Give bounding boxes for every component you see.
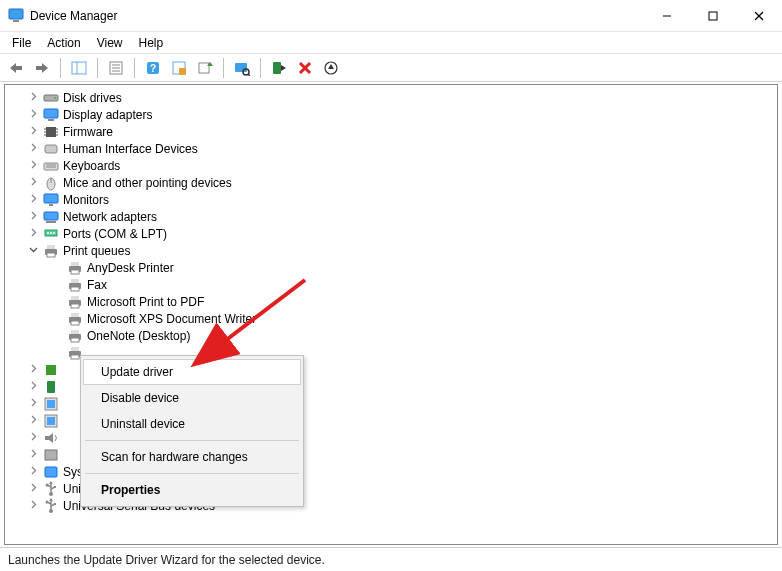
- expand-icon[interactable]: [27, 432, 39, 443]
- maximize-button[interactable]: [690, 0, 736, 32]
- monitor-icon: [43, 192, 59, 208]
- svg-rect-69: [71, 313, 79, 317]
- ctx-update-driver[interactable]: Update driver: [83, 359, 301, 385]
- tree-node[interactable]: Disk drives: [5, 89, 777, 106]
- svg-rect-58: [47, 253, 55, 257]
- toolbar-showhide-button[interactable]: [67, 56, 91, 80]
- security-icon: [43, 379, 59, 395]
- expand-icon[interactable]: [27, 415, 39, 426]
- tree-node-label: Print queues: [63, 244, 130, 258]
- tree-child-node[interactable]: Microsoft XPS Document Writer: [5, 310, 777, 327]
- svg-rect-22: [235, 63, 247, 72]
- expand-icon[interactable]: [27, 364, 39, 375]
- toolbar-back-button[interactable]: [4, 56, 28, 80]
- expand-icon[interactable]: [27, 143, 39, 154]
- hid-icon: [43, 141, 59, 157]
- port-icon: [43, 226, 59, 242]
- tree-node[interactable]: Monitors: [5, 191, 777, 208]
- expand-icon[interactable]: [27, 449, 39, 460]
- svg-rect-63: [71, 279, 79, 283]
- toolbar-disable-button[interactable]: [267, 56, 291, 80]
- svg-rect-67: [71, 304, 79, 308]
- tree-node-label: Human Interface Devices: [63, 142, 198, 156]
- svg-marker-8: [42, 63, 48, 73]
- close-button[interactable]: [736, 0, 782, 32]
- tree-node[interactable]: Print queues: [5, 242, 777, 259]
- menu-file[interactable]: File: [4, 34, 39, 52]
- menu-action[interactable]: Action: [39, 34, 88, 52]
- tree-node[interactable]: Human Interface Devices: [5, 140, 777, 157]
- expand-icon[interactable]: [27, 194, 39, 205]
- expand-icon[interactable]: [27, 211, 39, 222]
- svg-line-24: [248, 74, 250, 76]
- svg-rect-48: [44, 194, 58, 203]
- svg-marker-26: [281, 65, 286, 71]
- tree-node[interactable]: Ports (COM & LPT): [5, 225, 777, 242]
- expand-icon[interactable]: [27, 228, 39, 239]
- tree-child-node[interactable]: Fax: [5, 276, 777, 293]
- svg-rect-78: [47, 381, 55, 393]
- svg-rect-10: [72, 62, 86, 74]
- toolbar-help-button[interactable]: ?: [141, 56, 165, 80]
- sound-icon: [43, 430, 59, 446]
- toolbar-more-button[interactable]: [319, 56, 343, 80]
- tree-child-node[interactable]: AnyDesk Printer: [5, 259, 777, 276]
- svg-rect-84: [45, 450, 57, 460]
- tree-node[interactable]: Firmware: [5, 123, 777, 140]
- minimize-button[interactable]: [644, 0, 690, 32]
- menu-help[interactable]: Help: [131, 34, 172, 52]
- tree-node-label: Mice and other pointing devices: [63, 176, 232, 190]
- expand-icon[interactable]: [27, 92, 39, 103]
- svg-marker-99: [49, 498, 53, 501]
- ctx-scan-changes[interactable]: Scan for hardware changes: [83, 444, 301, 470]
- svg-rect-64: [71, 287, 79, 291]
- usb-icon: [43, 481, 59, 497]
- tree-node-label: Keyboards: [63, 159, 120, 173]
- tree-child-node[interactable]: OneNote (Desktop): [5, 327, 777, 344]
- expand-icon[interactable]: [27, 398, 39, 409]
- tree-node[interactable]: Mice and other pointing devices: [5, 174, 777, 191]
- svg-rect-1: [13, 20, 19, 22]
- svg-rect-3: [709, 12, 717, 20]
- ctx-properties[interactable]: Properties: [83, 477, 301, 503]
- toolbar-uninstall-button[interactable]: [293, 56, 317, 80]
- expand-icon[interactable]: [27, 466, 39, 477]
- tree-node-label: Monitors: [63, 193, 109, 207]
- chip-icon: [43, 124, 59, 140]
- svg-rect-7: [16, 66, 22, 70]
- expand-icon[interactable]: [27, 500, 39, 511]
- toolbar-scan-button[interactable]: [230, 56, 254, 80]
- tree-node[interactable]: Keyboards: [5, 157, 777, 174]
- svg-rect-49: [49, 204, 53, 206]
- svg-rect-33: [44, 109, 58, 118]
- collapse-icon[interactable]: [27, 245, 39, 256]
- keyboard-icon: [43, 158, 59, 174]
- toolbar-refresh-button[interactable]: [167, 56, 191, 80]
- svg-rect-19: [179, 68, 186, 75]
- expand-icon[interactable]: [27, 109, 39, 120]
- expand-icon[interactable]: [27, 483, 39, 494]
- app-icon: [8, 8, 24, 24]
- menu-view[interactable]: View: [89, 34, 131, 52]
- menubar: File Action View Help: [0, 32, 782, 54]
- toolbar-update-driver-button[interactable]: [193, 56, 217, 80]
- toolbar-separator: [134, 58, 135, 78]
- tree-child-label: AnyDesk Printer: [87, 261, 174, 275]
- window-title: Device Manager: [30, 9, 644, 23]
- expand-icon[interactable]: [27, 126, 39, 137]
- tree-node[interactable]: Network adapters: [5, 208, 777, 225]
- toolbar-properties-button[interactable]: [104, 56, 128, 80]
- tree-child-node[interactable]: Microsoft Print to PDF: [5, 293, 777, 310]
- ctx-uninstall-device[interactable]: Uninstall device: [83, 411, 301, 437]
- svg-text:?: ?: [150, 63, 156, 74]
- ctx-disable-device[interactable]: Disable device: [83, 385, 301, 411]
- usb-icon: [43, 498, 59, 514]
- expand-icon[interactable]: [27, 381, 39, 392]
- expand-icon[interactable]: [27, 177, 39, 188]
- svg-rect-72: [71, 330, 79, 334]
- statusbar-text: Launches the Update Driver Wizard for th…: [8, 553, 325, 567]
- svg-rect-60: [71, 262, 79, 266]
- toolbar-forward-button[interactable]: [30, 56, 54, 80]
- expand-icon[interactable]: [27, 160, 39, 171]
- tree-node[interactable]: Display adapters: [5, 106, 777, 123]
